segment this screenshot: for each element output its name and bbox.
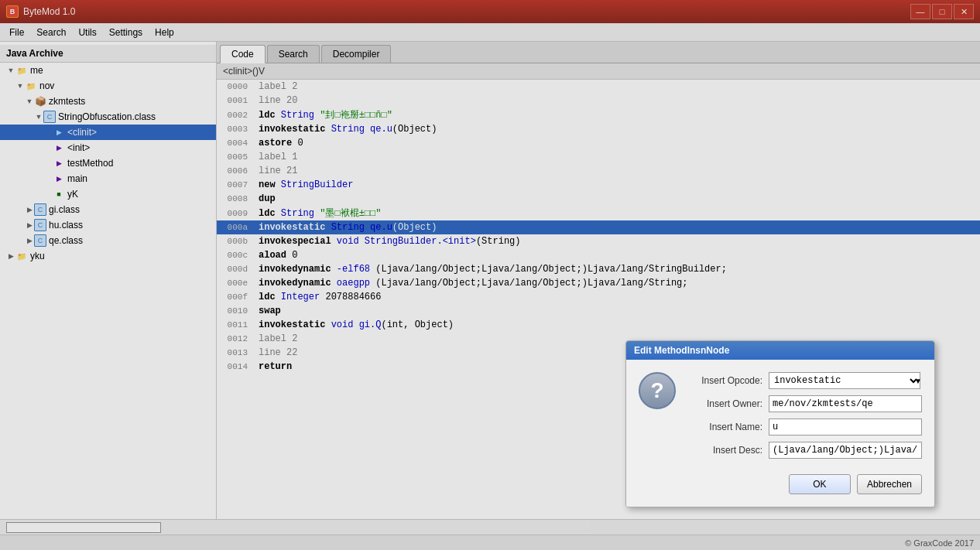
sidebar-item-testmethod[interactable]: ▶ testMethod (0, 155, 216, 171)
class-icon-qe: C (34, 234, 46, 247)
code-content: new StringBuilder (255, 179, 980, 190)
code-content: invokestatic String qe.u(Object) (255, 222, 980, 233)
dialog-label-opcode: Insert Opcode: (685, 375, 762, 386)
code-line-000e[interactable]: 000e invokedynamic oaegpp (Ljava/lang/Ob… (217, 276, 980, 290)
code-content: invokestatic String qe.u(Object) (255, 124, 980, 135)
menu-search[interactable]: Search (30, 26, 72, 39)
code-line-0000[interactable]: 0000 label 2 (217, 80, 980, 94)
title-bar: B ByteMod 1.0 — □ ✕ (0, 0, 980, 23)
code-line-0002[interactable]: 0002 ldc String "刲□袘掰±□□ñ□" (217, 108, 980, 122)
code-line-000b[interactable]: 000b invokespecial void StringBuilder.<i… (217, 234, 980, 248)
package-icon-zkmtests: 📦 (34, 95, 46, 108)
class-icon-gi: C (34, 203, 46, 216)
sidebar-item-init[interactable]: ▶ <init> (0, 140, 216, 155)
dialog-title: Edit MethodInsnNode (634, 345, 729, 356)
minimize-button[interactable]: — (910, 4, 930, 19)
code-line-000c[interactable]: 000c aload 0 (217, 248, 980, 262)
code-line-0008[interactable]: 0008 dup (217, 192, 980, 206)
sidebar-item-zkmtests[interactable]: ▼ 📦 zkmtests (0, 94, 216, 109)
dialog-input-owner[interactable] (769, 395, 922, 412)
line-num: 0007 (217, 180, 255, 190)
code-line-000a[interactable]: 000a invokestatic String qe.u(Object) (217, 220, 980, 234)
dialog-edit-methodinsn: Edit MethodInsnNode ? Insert Opcode: inv… (625, 340, 935, 507)
sidebar-item-stringobfuscation[interactable]: ▼ C StringObfuscation.class (0, 109, 216, 125)
expand-arrow-nov: ▼ (15, 81, 25, 91)
code-line-0011[interactable]: 0011 invokestatic void gi.Q(int, Object) (217, 318, 980, 332)
expand-arrow-zkmtests: ▼ (25, 97, 34, 106)
tree-label-clinit: <clinit> (67, 127, 97, 138)
line-num: 0003 (217, 125, 255, 134)
menu-settings[interactable]: Settings (103, 26, 149, 39)
sidebar-header: Java Archive (0, 45, 216, 63)
code-line-0003[interactable]: 0003 invokestatic String qe.u(Object) (217, 122, 980, 136)
expand-arrow-stringobfuscation: ▼ (34, 112, 43, 121)
ok-button[interactable]: OK (789, 474, 851, 494)
status-progress (6, 522, 161, 533)
sidebar-item-yk[interactable]: ■ yK (0, 186, 216, 202)
code-line-0004[interactable]: 0004 astore 0 (217, 136, 980, 150)
tree-label-hu: hu.class (49, 220, 83, 231)
cancel-button[interactable]: Abbrechen (857, 474, 922, 494)
line-num: 0012 (217, 334, 255, 343)
dialog-content: ? Insert Opcode: invokestatic invokevirt… (639, 372, 922, 465)
dialog-input-desc[interactable] (769, 442, 922, 459)
tree-label-gi: gi.class (49, 204, 80, 215)
method-icon-testmethod: ▶ (53, 157, 65, 169)
tab-decompiler[interactable]: Decompiler (321, 45, 392, 63)
sidebar-item-main[interactable]: ▶ main (0, 171, 216, 186)
maximize-button[interactable]: □ (932, 4, 952, 19)
code-content: invokestatic void gi.Q(int, Object) (255, 319, 980, 330)
tree-label-zkmtests: zkmtests (49, 96, 85, 107)
code-line-000d[interactable]: 000d invokedynamic -elf68 (Ljava/lang/Ob… (217, 262, 980, 276)
tabs-bar: Code Search Decompiler (217, 42, 980, 63)
tab-search[interactable]: Search (267, 45, 320, 63)
line-num: 000d (217, 265, 255, 274)
code-content: line 20 (255, 95, 980, 106)
sidebar-item-clinit[interactable]: ▶ <clinit> (0, 125, 216, 140)
code-line-0010[interactable]: 0010 swap (217, 304, 980, 318)
dialog-question-icon: ? (639, 372, 676, 409)
code-line-0009[interactable]: 0009 ldc String "墨□袱棍±□□" (217, 206, 980, 220)
code-line-0001[interactable]: 0001 line 20 (217, 94, 980, 108)
arrow-init (43, 143, 53, 152)
code-content: line 21 (255, 166, 980, 176)
arrow-yk (43, 190, 53, 199)
close-button[interactable]: ✕ (954, 4, 974, 19)
sidebar-item-nov[interactable]: ▼ 📁 nov (0, 78, 216, 94)
expand-arrow-yku: ▶ (6, 251, 15, 261)
code-content: invokespecial void StringBuilder.<init>(… (255, 236, 980, 247)
line-num: 000a (217, 223, 255, 232)
menu-help[interactable]: Help (149, 26, 180, 39)
code-content: invokedynamic oaegpp (Ljava/lang/Object;… (255, 278, 980, 289)
menu-utils[interactable]: Utils (72, 26, 102, 39)
line-num: 0004 (217, 138, 255, 148)
code-line-0005[interactable]: 0005 label 1 (217, 150, 980, 164)
dialog-title-bar: Edit MethodInsnNode (626, 341, 934, 360)
dialog-buttons: OK Abbrechen (639, 474, 922, 494)
dialog-select-opcode[interactable]: invokestatic invokevirtual invokespecial… (769, 372, 920, 389)
copyright-bar: © GraxCode 2017 (0, 535, 980, 550)
code-line-0007[interactable]: 0007 new StringBuilder (217, 178, 980, 192)
dialog-input-name[interactable] (769, 418, 922, 436)
sidebar-item-me[interactable]: ▼ 📁 me (0, 63, 216, 78)
code-line-000f[interactable]: 000f ldc Integer 2078884666 (217, 290, 980, 304)
tab-code[interactable]: Code (220, 45, 266, 63)
class-icon-hu: C (34, 219, 46, 231)
line-num: 000c (217, 251, 255, 260)
sidebar-item-qe[interactable]: ▶ C qe.class (0, 233, 216, 248)
menu-file[interactable]: File (3, 26, 30, 39)
code-line-0006[interactable]: 0006 line 21 (217, 164, 980, 178)
code-content: ldc Integer 2078884666 (255, 292, 980, 302)
code-content: label 2 (255, 81, 980, 92)
dialog-label-desc: Insert Desc: (685, 445, 762, 456)
line-num: 0002 (217, 111, 255, 120)
sidebar-item-gi[interactable]: ▶ C gi.class (0, 202, 216, 217)
copyright-text: © GraxCode 2017 (905, 538, 974, 548)
sidebar-item-hu[interactable]: ▶ C hu.class (0, 217, 216, 233)
folder-icon-me: 📁 (15, 64, 28, 77)
line-num: 0009 (217, 209, 255, 218)
method-icon-clinit: ▶ (53, 126, 65, 138)
line-num: 0000 (217, 82, 255, 91)
app-icon: B (6, 5, 19, 18)
sidebar-item-yku[interactable]: ▶ 📁 yku (0, 248, 216, 264)
